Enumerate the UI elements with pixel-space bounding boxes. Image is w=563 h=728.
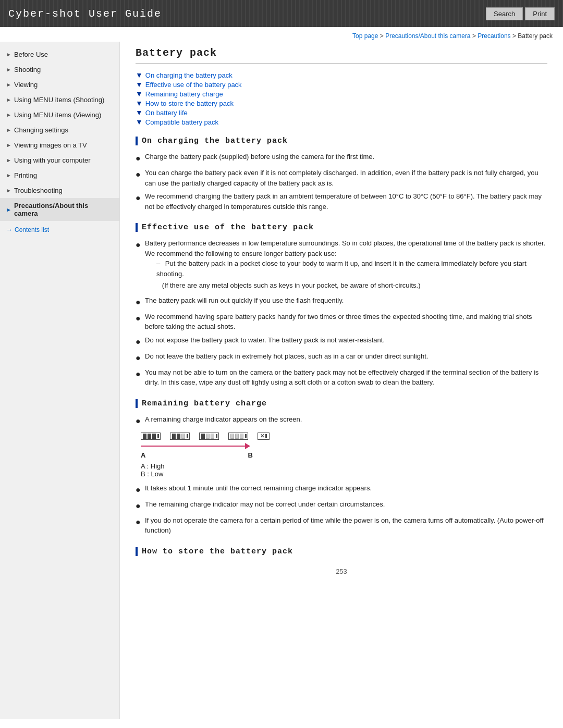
toc-link-remaining[interactable]: Remaining battery charge xyxy=(145,90,223,98)
arrow-right-icon: → xyxy=(6,226,13,233)
sidebar-item-shooting[interactable]: ► Shooting xyxy=(0,62,119,77)
breadcrumb: Top page > Precautions/About this camera… xyxy=(0,27,563,42)
bullet-icon: ● xyxy=(136,336,143,348)
sidebar-arrow-icon: ► xyxy=(6,52,11,57)
sub-bullet: – Put the battery pack in a pocket close… xyxy=(156,258,547,279)
bullet-icon: ● xyxy=(136,168,143,181)
remaining-bullet-list-2: ● It takes about 1 minute until the corr… xyxy=(136,483,547,536)
header-buttons: Search Print xyxy=(486,7,555,20)
sidebar-item-before-use[interactable]: ► Before Use xyxy=(0,47,119,62)
list-item: ● Do not leave the battery pack in extre… xyxy=(136,351,547,364)
page-title: Battery pack xyxy=(136,47,547,64)
sidebar: ► Before Use ► Shooting ► Viewing ► Usin… xyxy=(0,42,120,719)
bullet-icon: ● xyxy=(136,368,143,380)
bullet-icon: ● xyxy=(136,516,143,528)
list-item: ● We recommend charging the battery pack… xyxy=(136,191,547,212)
bullet-icon: ● xyxy=(136,352,143,364)
breadcrumb-precautions-about[interactable]: Precautions/About this camera xyxy=(385,32,470,40)
sidebar-arrow-icon: ► xyxy=(6,127,11,133)
sidebar-item-troubleshooting[interactable]: ► Troubleshooting xyxy=(0,183,119,198)
battery-label-a: A xyxy=(141,451,145,459)
list-item: ● You can charge the battery pack even i… xyxy=(136,168,547,188)
list-item: ● If you do not operate the camera for a… xyxy=(136,515,547,536)
breadcrumb-top[interactable]: Top page xyxy=(352,32,378,40)
sidebar-item-menu-viewing[interactable]: ► Using MENU items (Viewing) xyxy=(0,107,119,122)
sub-bullet-paren: (If there are any metal objects such as … xyxy=(156,280,547,291)
section-title-charging: On charging the battery pack xyxy=(136,137,547,145)
bullet-icon: ● xyxy=(136,239,143,251)
battery-icon-quarter xyxy=(228,433,248,440)
sidebar-item-precautions[interactable]: ► Precautions/About this camera xyxy=(0,198,119,221)
battery-label-b: B xyxy=(248,451,253,459)
section-title-store: How to store the battery pack xyxy=(136,547,547,556)
sidebar-item-computer[interactable]: ► Using with your computer xyxy=(0,153,119,168)
search-button[interactable]: Search xyxy=(486,7,523,20)
battery-arrow-line xyxy=(141,446,245,447)
breadcrumb-precautions[interactable]: Precautions xyxy=(478,32,510,40)
battery-legend: A : High B : Low xyxy=(141,462,547,478)
section-title-remaining: Remaining battery charge xyxy=(136,399,547,408)
sidebar-item-viewing[interactable]: ► Viewing xyxy=(0,77,119,92)
toc-item: ▼ Effective use of the battery pack xyxy=(136,80,547,89)
toc-item: ▼ How to store the battery pack xyxy=(136,99,547,107)
contents-list-link[interactable]: → Contents list xyxy=(0,221,119,239)
toc-item: ▼ On battery life xyxy=(136,108,547,117)
sidebar-arrow-icon: ► xyxy=(6,82,11,88)
list-item: ● You may not be able to turn on the cam… xyxy=(136,367,547,388)
effective-bullet-list: ● Battery performance decreases in low t… xyxy=(136,238,547,388)
bullet-icon: ● xyxy=(136,296,143,309)
list-item: ● The battery pack will run out quickly … xyxy=(136,295,547,309)
section-store: How to store the battery pack xyxy=(136,547,547,556)
list-item: ● Charge the battery pack (supplied) bef… xyxy=(136,152,547,165)
sidebar-item-printing[interactable]: ► Printing xyxy=(0,168,119,183)
toc-link-effective[interactable]: Effective use of the battery pack xyxy=(145,81,242,89)
page-number: 253 xyxy=(136,567,547,575)
breadcrumb-current: Battery pack xyxy=(518,32,553,40)
toc-link-charging[interactable]: On charging the battery pack xyxy=(145,71,232,79)
toc-item: ▼ Compatible battery pack xyxy=(136,118,547,126)
toc: ▼ On charging the battery pack ▼ Effecti… xyxy=(136,71,547,126)
section-charging: On charging the battery pack ● Charge th… xyxy=(136,137,547,212)
sidebar-arrow-icon: ► xyxy=(6,97,11,103)
list-item: ● We recommend having spare battery pack… xyxy=(136,312,547,332)
battery-ab-labels: A B xyxy=(141,451,253,459)
sidebar-item-viewing-tv[interactable]: ► Viewing images on a TV xyxy=(0,138,119,153)
header: Cyber-shot User Guide Search Print xyxy=(0,0,563,27)
bullet-icon: ● xyxy=(136,500,143,512)
section-effective: Effective use of the battery pack ● Batt… xyxy=(136,223,547,388)
toc-link-store[interactable]: How to store the battery pack xyxy=(145,100,234,107)
battery-diagram: ✕ A B A : High B : Low xyxy=(141,433,547,478)
toc-link-compatible[interactable]: Compatible battery pack xyxy=(145,118,218,126)
battery-icon-empty: ✕ xyxy=(258,433,270,440)
list-item: ● It takes about 1 minute until the corr… xyxy=(136,483,547,496)
toc-item: ▼ Remaining battery charge xyxy=(136,90,547,98)
remaining-bullet-list: ● A remaining charge indicator appears o… xyxy=(136,414,547,427)
battery-legend-b: B : Low xyxy=(141,470,547,478)
sidebar-arrow-icon: ► xyxy=(6,207,11,213)
battery-icon-half xyxy=(199,433,219,440)
sidebar-arrow-icon: ► xyxy=(6,112,11,118)
sidebar-arrow-icon: ► xyxy=(6,157,11,163)
sidebar-item-changing-settings[interactable]: ► Changing settings xyxy=(0,122,119,138)
section-remaining: Remaining battery charge ● A remaining c… xyxy=(136,399,547,536)
toc-link-life[interactable]: On battery life xyxy=(145,109,188,117)
bullet-icon: ● xyxy=(136,312,143,325)
toc-arrow-icon: ▼ xyxy=(136,118,143,126)
main-content: Battery pack ▼ On charging the battery p… xyxy=(120,42,563,719)
toc-arrow-icon: ▼ xyxy=(136,90,143,98)
list-item: ● The remaining charge indicator may not… xyxy=(136,499,547,512)
toc-arrow-icon: ▼ xyxy=(136,108,143,117)
list-item: ● Battery performance decreases in low t… xyxy=(136,238,547,292)
sidebar-arrow-icon: ► xyxy=(6,172,11,178)
battery-icon-three-quarter xyxy=(170,433,190,440)
print-button[interactable]: Print xyxy=(525,7,555,20)
toc-item: ▼ On charging the battery pack xyxy=(136,71,547,79)
sidebar-item-menu-shooting[interactable]: ► Using MENU items (Shooting) xyxy=(0,92,119,107)
arrow-head-icon xyxy=(245,443,250,449)
bullet-icon: ● xyxy=(136,484,143,496)
bullet-icon: ● xyxy=(136,152,143,165)
sidebar-arrow-icon: ► xyxy=(6,67,11,72)
list-item: ● A remaining charge indicator appears o… xyxy=(136,414,547,427)
toc-arrow-icon: ▼ xyxy=(136,71,143,79)
header-title: Cyber-shot User Guide xyxy=(8,8,162,20)
